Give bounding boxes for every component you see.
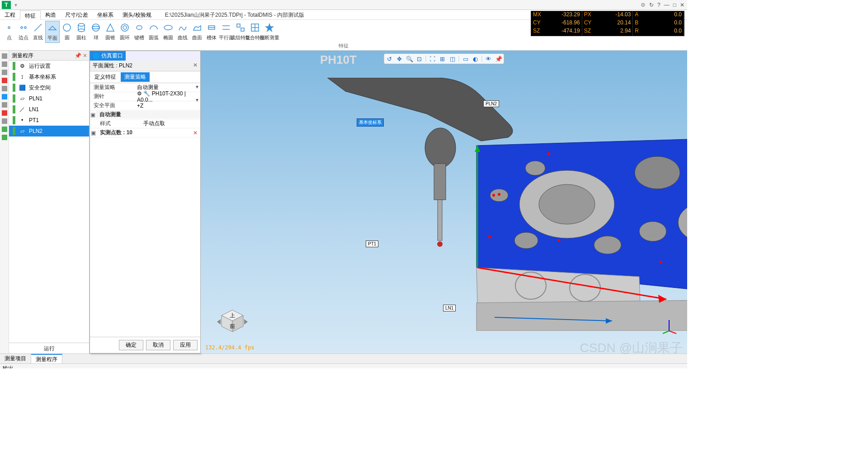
program-tree-panel: 测量程序 📌 ✕ ⚙运行设置⟟基本坐标系🟦安全空间▱PLN1／LN1•PT1▱P… <box>9 51 90 353</box>
ribbon-圆弧[interactable]: 圆弧 <box>146 21 161 42</box>
tree-item-运行设置[interactable]: ⚙运行设置 <box>9 61 89 71</box>
tree-item-PLN1[interactable]: ▱PLN1 <box>9 93 89 104</box>
ribbon-点[interactable]: 点 <box>2 21 16 42</box>
ribbon-圆环[interactable]: 圆环 <box>118 21 132 42</box>
tool-9[interactable] <box>2 118 7 124</box>
maximize-icon[interactable]: □ <box>673 2 676 8</box>
ribbon-边点[interactable]: 边点 <box>16 21 31 42</box>
ribbon-曲线[interactable]: 曲线 <box>175 21 190 42</box>
vp-tool-5[interactable]: ⊞ <box>438 55 447 63</box>
property-close-icon[interactable]: ✕ <box>193 62 198 70</box>
ribbon-圆柱[interactable]: 圆柱 <box>74 21 89 42</box>
tree-item-label: 基本坐标系 <box>29 73 56 81</box>
prop-tab-测量策略[interactable]: 测量策略 <box>121 72 150 82</box>
prop-tab-定义特征[interactable]: 定义特征 <box>91 72 120 82</box>
tool-3[interactable] <box>2 70 7 75</box>
ribbon-icon-0 <box>3 22 15 33</box>
bottom-tab-测量项目[interactable]: 测量项目 <box>0 354 31 363</box>
tree-item-基本坐标系[interactable]: ⟟基本坐标系 <box>9 71 89 82</box>
ribbon-直线[interactable]: 直线 <box>31 21 45 42</box>
plane-icon: ▱ <box>18 127 26 135</box>
vp-tool-6[interactable]: ◫ <box>448 55 457 63</box>
output-header: 输出 <box>0 363 687 368</box>
tool-1[interactable] <box>2 53 7 59</box>
svg-point-1 <box>21 27 23 28</box>
ribbon-label: 椭圆 <box>163 34 173 41</box>
ribbon-椭圆[interactable]: 椭圆 <box>161 21 175 42</box>
collapse-icon[interactable]: ▣ <box>90 112 96 118</box>
tool-10[interactable] <box>2 127 7 132</box>
3d-viewport[interactable]: ↺✥🔍⊡⛶⊞◫▭◐👁📌 <box>201 51 687 353</box>
vp-tool-8[interactable]: ◐ <box>471 55 480 63</box>
ribbon-球[interactable]: 球 <box>89 21 103 42</box>
svg-marker-63 <box>217 319 221 325</box>
ribbon-曲面[interactable]: 曲面 <box>190 21 204 42</box>
menu-坐标系[interactable]: 坐标系 <box>93 10 118 19</box>
ribbon-平面[interactable]: 平面 <box>45 21 60 43</box>
tool-4[interactable] <box>2 78 7 83</box>
svg-point-31 <box>639 221 666 241</box>
refresh-icon[interactable]: ↻ <box>649 2 654 8</box>
prop-value[interactable]: +Z <box>135 103 200 109</box>
run-button[interactable]: 运行 <box>9 343 89 353</box>
ribbon-icon-3 <box>47 22 58 34</box>
ribbon-圆[interactable]: 圆 <box>60 21 74 42</box>
settings-icon[interactable]: ⚙ <box>641 2 646 8</box>
svg-point-4 <box>63 24 71 31</box>
prop-value[interactable]: ⚙ 🔧 PH10T-2X30 | A0.0... <box>135 90 200 103</box>
vp-tool-7[interactable]: ▭ <box>461 55 470 63</box>
tool-8[interactable] <box>2 110 7 116</box>
tree-pin-icon[interactable]: 📌 ✕ <box>75 51 89 60</box>
vp-tool-1[interactable]: ✥ <box>395 55 404 63</box>
tree-item-安全空间[interactable]: 🟦安全空间 <box>9 82 89 93</box>
menu-尺寸/公差[interactable]: 尺寸/公差 <box>61 10 93 19</box>
menu-构造[interactable]: 构造 <box>41 10 61 19</box>
tool-11[interactable] <box>2 135 7 140</box>
btn-确定[interactable]: 确定 <box>119 340 143 350</box>
tree-item-label: PLN2 <box>29 128 42 134</box>
tool-6[interactable] <box>2 94 7 99</box>
btn-取消[interactable]: 取消 <box>146 340 170 350</box>
svg-point-12 <box>123 26 127 29</box>
vp-tool-3[interactable]: ⊡ <box>415 55 424 63</box>
svg-point-2 <box>24 27 26 28</box>
tool-2[interactable] <box>2 61 7 67</box>
svg-point-9 <box>92 24 99 31</box>
sim-window-tab[interactable]: 🌐 仿真窗口 <box>90 51 126 61</box>
expand-icon[interactable]: ▣ <box>90 130 96 136</box>
tree-item-PT1[interactable]: •PT1 <box>9 115 89 126</box>
ribbon-label: 槽体 <box>207 34 217 41</box>
prop-key: 实测点数 : 10 <box>96 129 142 137</box>
view-cube[interactable]: 上 前 <box>214 304 250 340</box>
tool-5[interactable] <box>2 86 7 91</box>
btn-应用[interactable]: 应用 <box>173 340 198 350</box>
ribbon-槽体[interactable]: 槽体 <box>204 21 219 42</box>
tree-item-PLN2[interactable]: ▱PLN2 <box>9 126 89 137</box>
menu-测头/校验规[interactable]: 测头/校验规 <box>118 10 156 19</box>
vp-tool-0[interactable]: ↺ <box>385 55 394 63</box>
tree-item-LN1[interactable]: ／LN1 <box>9 104 89 115</box>
menu-工程[interactable]: 工程 <box>0 10 20 19</box>
vp-tool-10[interactable]: 📌 <box>494 55 503 63</box>
model-render <box>309 78 687 331</box>
prop-value[interactable]: 手动点取 <box>142 120 200 127</box>
close-icon[interactable]: ✕ <box>680 2 684 8</box>
ribbon-推断测量[interactable]: 推断测量 <box>262 21 277 42</box>
vp-tool-2[interactable]: 🔍 <box>405 55 414 63</box>
delete-icon[interactable]: ✕ <box>193 130 198 136</box>
ribbon-圆锥[interactable]: 圆锥 <box>103 21 118 42</box>
fps-counter: 132.4/294.4 fps <box>205 344 254 351</box>
help-icon[interactable]: ? <box>657 2 660 8</box>
tool-7[interactable] <box>2 102 7 108</box>
vp-label-LN1: LN1 <box>443 305 456 311</box>
ribbon-icon-10 <box>148 22 160 33</box>
vp-tool-4[interactable]: ⛶ <box>428 55 437 63</box>
vp-tool-9[interactable]: 👁 <box>484 55 493 63</box>
minimize-icon[interactable]: — <box>664 2 670 8</box>
menu-特征[interactable]: 特征 <box>20 10 41 20</box>
ribbon-label: 圆柱 <box>76 34 86 41</box>
bottom-tab-测量程序[interactable]: 测量程序 <box>31 354 62 363</box>
ribbon-键槽[interactable]: 键槽 <box>132 21 146 42</box>
ribbon-label: 曲面 <box>192 34 202 41</box>
ribbon-label: 圆 <box>65 34 70 41</box>
